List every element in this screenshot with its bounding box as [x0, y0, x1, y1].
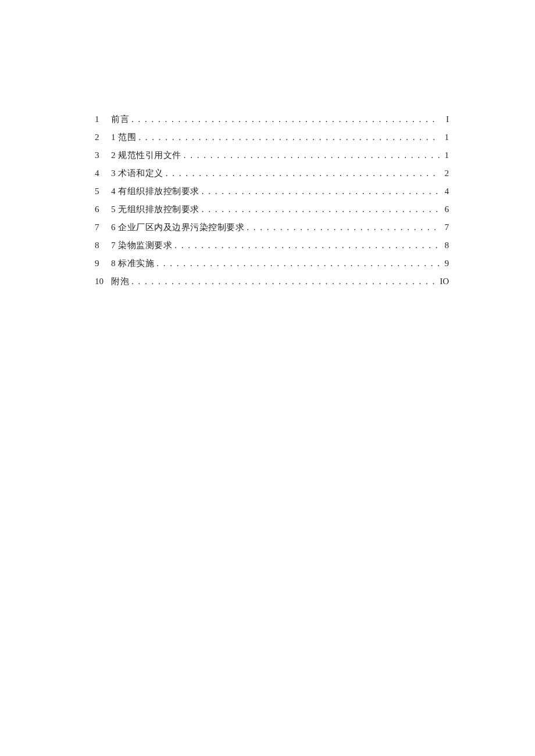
toc-line-number: 10	[95, 277, 111, 286]
toc-entry: 4 3 术语和定义 . . . . . . . . . . . . . . . …	[95, 169, 449, 178]
toc-entry-label: 附泡	[111, 277, 129, 286]
toc-entry: 9 8 标准实施 . . . . . . . . . . . . . . . .…	[95, 259, 449, 268]
toc-line-number: 8	[95, 241, 111, 250]
toc-entry-label: 2 规范性引用文件	[111, 151, 181, 160]
toc-page-number: 6	[440, 205, 449, 214]
toc-entry-label: 8 标准实施	[111, 259, 154, 268]
toc-page-number: IO	[440, 277, 449, 286]
toc-line-number: 7	[95, 223, 111, 232]
toc-line-number: 5	[95, 187, 111, 196]
toc-leader-dots: . . . . . . . . . . . . . . . . . . . . …	[181, 151, 440, 160]
toc-entry: 6 5 无组织排放控制要求 . . . . . . . . . . . . . …	[95, 205, 449, 214]
toc-page-number: 1	[440, 151, 449, 160]
toc-leader-dots: . . . . . . . . . . . . . . . . . . . . …	[199, 187, 440, 196]
toc-entry-label: 6 企业厂区内及边界污染控制要求	[111, 223, 244, 232]
toc-entry: 2 1 范围 . . . . . . . . . . . . . . . . .…	[95, 133, 449, 142]
toc-leader-dots: . . . . . . . . . . . . . . . . . . . . …	[172, 241, 440, 250]
toc-line-number: 9	[95, 259, 111, 268]
toc-page-number: 1	[440, 133, 449, 142]
toc-line-number: 2	[95, 133, 111, 142]
toc-page-number: 2	[440, 169, 449, 178]
toc-entry: 7 6 企业厂区内及边界污染控制要求 . . . . . . . . . . .…	[95, 223, 449, 232]
toc-leader-dots: . . . . . . . . . . . . . . . . . . . . …	[154, 259, 440, 268]
toc-leader-dots: . . . . . . . . . . . . . . . . . . . . …	[244, 223, 440, 232]
toc-entry: 8 7 染物监测要求 . . . . . . . . . . . . . . .…	[95, 241, 449, 250]
toc-entry-label: 1 范围	[111, 133, 136, 142]
toc-entry: 10 附泡 . . . . . . . . . . . . . . . . . …	[95, 277, 449, 286]
toc-entry-label: 前言	[111, 115, 129, 124]
toc-entry-label: 7 染物监测要求	[111, 241, 172, 250]
toc-leader-dots: . . . . . . . . . . . . . . . . . . . . …	[199, 205, 440, 214]
toc-entry: 1 前言 . . . . . . . . . . . . . . . . . .…	[95, 115, 449, 124]
toc-page-number: 4	[440, 187, 449, 196]
toc-entry: 3 2 规范性引用文件 . . . . . . . . . . . . . . …	[95, 151, 449, 160]
toc-page-number: 8	[440, 241, 449, 250]
toc-line-number: 4	[95, 169, 111, 178]
toc-line-number: 6	[95, 205, 111, 214]
toc-page-number: 9	[440, 259, 449, 268]
toc-leader-dots: . . . . . . . . . . . . . . . . . . . . …	[136, 133, 440, 142]
toc-leader-dots: . . . . . . . . . . . . . . . . . . . . …	[163, 169, 440, 178]
toc-leader-dots: . . . . . . . . . . . . . . . . . . . . …	[129, 277, 440, 286]
toc-line-number: 3	[95, 151, 111, 160]
toc-leader-dots: . . . . . . . . . . . . . . . . . . . . …	[129, 115, 440, 124]
toc-page-number: I	[440, 115, 449, 124]
toc-entry: 5 4 有组织排放控制要求 . . . . . . . . . . . . . …	[95, 187, 449, 196]
toc-line-number: 1	[95, 115, 111, 124]
toc-entry-label: 3 术语和定义	[111, 169, 163, 178]
toc-entry-label: 5 无组织排放控制要求	[111, 205, 199, 214]
toc-page-number: 7	[440, 223, 449, 232]
toc-entry-label: 4 有组织排放控制要求	[111, 187, 199, 196]
table-of-contents: 1 前言 . . . . . . . . . . . . . . . . . .…	[95, 115, 449, 286]
